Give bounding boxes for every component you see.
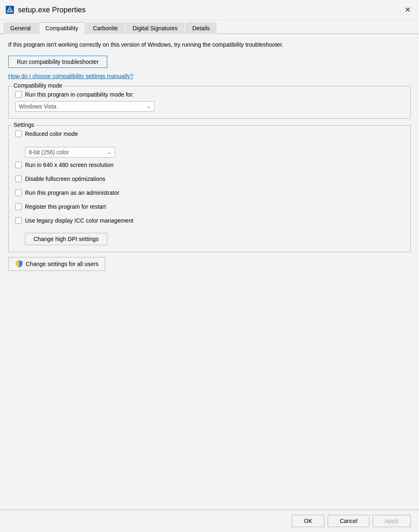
compat-dropdown-arrow: ⌄ (147, 104, 151, 109)
tab-carbonite[interactable]: Carbonite (86, 22, 125, 34)
color-mode-dropdown[interactable]: 8-bit (256) color ⌄ (25, 147, 115, 158)
compat-os-value: Windows Vista (19, 103, 57, 110)
disable-fullscreen-row: Disable fullscreen optimizations (15, 176, 404, 182)
close-button[interactable]: ✕ (401, 3, 414, 16)
legacy-icc-row: Use legacy display ICC color management (15, 217, 404, 224)
register-restart-row: Register this program for restart (15, 203, 404, 210)
color-mode-value: 8-bit (256) color (29, 149, 69, 156)
resolution-label: Run in 640 x 480 screen resolution (25, 162, 113, 168)
change-all-users-button[interactable]: Change settings for all users (8, 257, 105, 271)
compatibility-mode-group: Compatibility mode Run this program in c… (8, 86, 411, 119)
ok-button[interactable]: OK (292, 515, 324, 527)
apply-button[interactable]: Apply (373, 515, 411, 527)
run-troubleshooter-button[interactable]: Run compatibility troubleshooter (8, 56, 107, 68)
shield-uac-icon (15, 260, 23, 268)
manual-settings-link[interactable]: How do I choose compatibility settings m… (8, 73, 411, 79)
run-as-admin-row: Run this program as an administrator (15, 189, 404, 196)
tab-digital-signatures[interactable]: Digital Signatures (126, 22, 185, 34)
change-users-label: Change settings for all users (26, 261, 98, 267)
register-restart-label: Register this program for restart (25, 203, 106, 210)
change-dpi-button[interactable]: Change high DPI settings (25, 233, 107, 245)
reduced-color-checkbox[interactable] (15, 131, 22, 137)
color-dropdown-arrow: ⌄ (107, 149, 111, 155)
reduced-color-row: Reduced color mode (15, 131, 404, 137)
intro-description: If this program isn't working correctly … (8, 41, 411, 49)
tab-compatibility[interactable]: Compatibility (39, 22, 85, 34)
settings-group-label: Settings (12, 122, 36, 128)
reduced-color-label: Reduced color mode (25, 131, 78, 137)
tab-details[interactable]: Details (185, 22, 217, 34)
register-restart-checkbox[interactable] (15, 203, 22, 210)
compatibility-mode-label: Compatibility mode (12, 82, 64, 89)
run-as-admin-label: Run this program as an administrator (25, 189, 119, 196)
properties-window: setup.exe Properties ✕ General Compatibi… (0, 0, 419, 532)
app-icon (5, 5, 15, 15)
resolution-checkbox[interactable] (15, 162, 22, 168)
legacy-icc-label: Use legacy display ICC color management (25, 217, 134, 224)
window-title: setup.exe Properties (18, 6, 401, 14)
footer-bar: OK Cancel Apply (0, 509, 419, 532)
tab-bar: General Compatibility Carbonite Digital … (0, 20, 419, 34)
compat-mode-checkbox[interactable] (15, 91, 22, 98)
title-bar: setup.exe Properties ✕ (0, 0, 419, 20)
disable-fullscreen-checkbox[interactable] (15, 176, 22, 182)
run-as-admin-checkbox[interactable] (15, 189, 22, 196)
legacy-icc-checkbox[interactable] (15, 217, 22, 224)
settings-content: Reduced color mode 8-bit (256) color ⌄ R… (15, 131, 404, 245)
main-content: If this program isn't working correctly … (0, 34, 419, 509)
disable-fullscreen-label: Disable fullscreen optimizations (25, 176, 105, 182)
tab-general[interactable]: General (3, 22, 38, 34)
compat-mode-checkbox-label: Run this program in compatibility mode f… (25, 91, 134, 98)
settings-group: Settings Reduced color mode 8-bit (256) … (8, 125, 411, 252)
cancel-button[interactable]: Cancel (328, 515, 369, 527)
resolution-row: Run in 640 x 480 screen resolution (15, 162, 404, 168)
compat-mode-checkbox-row: Run this program in compatibility mode f… (15, 91, 404, 98)
compat-os-dropdown[interactable]: Windows Vista ⌄ (15, 101, 154, 112)
